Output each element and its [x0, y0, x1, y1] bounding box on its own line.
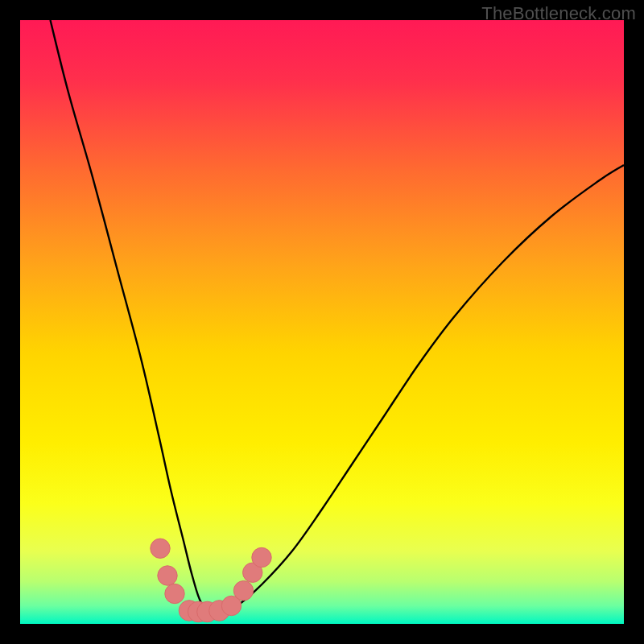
chart-background: [20, 20, 624, 624]
curve-marker: [233, 581, 253, 601]
bottleneck-chart: [20, 20, 624, 624]
curve-marker: [165, 584, 184, 603]
curve-marker: [158, 566, 177, 585]
curve-marker: [151, 539, 170, 558]
chart-frame: [20, 20, 624, 624]
curve-marker: [252, 547, 271, 567]
